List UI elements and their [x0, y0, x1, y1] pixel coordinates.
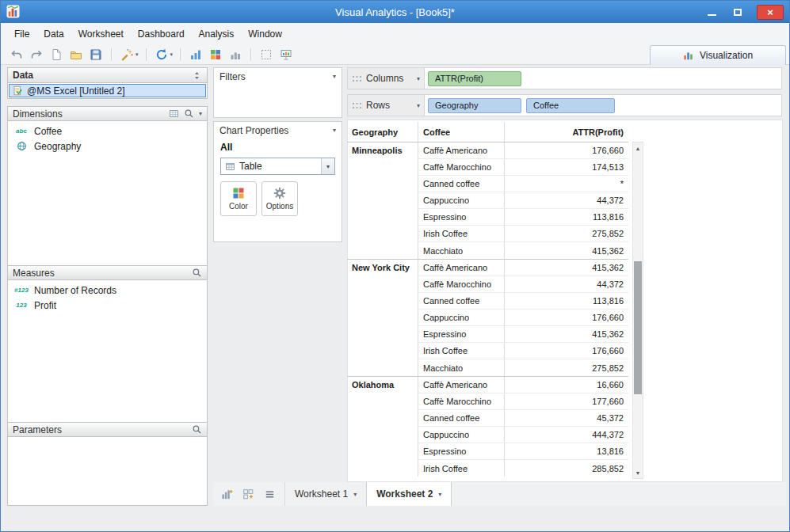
profit-value-cell[interactable]: * [505, 176, 628, 192]
coffee-cell[interactable]: Caffè Marocchino [418, 276, 505, 292]
menu-file[interactable]: File [7, 28, 36, 40]
table-row[interactable]: Espressino415,362 [418, 326, 628, 343]
table-row[interactable]: Caffè Marocchino177,660 [418, 393, 628, 410]
new-worksheet-icon[interactable] [219, 487, 234, 501]
table-row[interactable]: Irish Coffee285,852 [418, 460, 628, 477]
options-button[interactable]: Options [261, 181, 298, 216]
chevron-down-icon[interactable]: ▾ [417, 102, 420, 109]
tab-worksheet-2[interactable]: Worksheet 2 ▾ [366, 482, 452, 506]
chevron-down-icon[interactable]: ▾ [199, 110, 202, 117]
chevron-down-icon[interactable]: ▾ [321, 158, 334, 174]
rows-pill-area[interactable]: Geography Coffee [425, 95, 781, 116]
coffee-cell[interactable]: Cappuccino [418, 427, 505, 443]
measure-profit[interactable]: 123 Profit [8, 298, 207, 313]
geography-column-header[interactable]: Geography [347, 122, 418, 142]
refresh-button[interactable]: ▾ [154, 47, 174, 63]
coffee-cell[interactable]: Macchiato [418, 359, 505, 376]
columns-shelf-header[interactable]: Columns ▾ [348, 68, 425, 89]
profit-value-cell[interactable]: 44,372 [505, 192, 628, 208]
view-data-table-icon[interactable] [169, 108, 179, 119]
search-icon[interactable] [192, 424, 202, 435]
profit-value-cell[interactable]: 177,660 [505, 393, 628, 409]
profit-value-cell[interactable]: 44,372 [505, 276, 628, 292]
table-row[interactable]: Irish Coffee176,660 [418, 343, 628, 359]
minimize-button[interactable] [704, 5, 719, 19]
bar-chart-ascending-icon[interactable] [188, 47, 204, 63]
redo-icon[interactable] [29, 47, 44, 63]
profit-value-cell[interactable]: 176,660 [505, 310, 628, 325]
coffee-column-header[interactable]: Coffee [418, 122, 505, 142]
profit-value-cell[interactable]: 13,816 [505, 443, 628, 459]
close-button[interactable]: × [757, 5, 784, 20]
coffee-cell[interactable]: Espressino [418, 209, 505, 225]
sheet-sorter-icon[interactable] [262, 487, 277, 501]
profit-column-header[interactable]: ATTR(Profit) [505, 122, 628, 142]
coffee-cell[interactable]: Caffè Marocchino [418, 159, 505, 175]
clear-selection-icon[interactable] [258, 47, 274, 63]
group-members-icon[interactable] [208, 47, 223, 63]
profit-value-cell[interactable]: 285,852 [505, 460, 628, 477]
profit-value-cell[interactable]: 275,852 [505, 359, 628, 376]
dimension-geography[interactable]: Geography [8, 139, 207, 154]
presentation-mode-icon[interactable] [278, 47, 294, 63]
search-icon[interactable] [184, 108, 194, 119]
geography-cell[interactable]: New York City [347, 260, 418, 376]
datasource-item[interactable]: @MS Excel [Untitled 2] [9, 84, 206, 97]
visualization-button[interactable]: Visualization [650, 45, 786, 65]
table-row[interactable]: Espressino113,816 [418, 209, 628, 226]
chevron-down-icon[interactable]: ▾ [353, 491, 357, 498]
coffee-cell[interactable]: Caffè Americano [418, 260, 505, 276]
search-icon[interactable] [192, 268, 202, 278]
pill-geography[interactable]: Geography [428, 98, 521, 113]
profit-value-cell[interactable]: 45,372 [505, 410, 628, 426]
coffee-cell[interactable]: Irish Coffee [418, 226, 505, 241]
coffee-cell[interactable]: Espressino [418, 326, 505, 342]
table-row[interactable]: Macchiato415,362 [418, 242, 628, 259]
tab-worksheet-1[interactable]: Worksheet 1 ▾ [284, 482, 366, 506]
chevron-down-icon[interactable]: ▾ [333, 127, 336, 134]
profit-value-cell[interactable]: 113,816 [505, 209, 628, 225]
profit-value-cell[interactable]: 113,816 [505, 293, 628, 309]
table-row[interactable]: Irish Coffee275,852 [418, 226, 628, 242]
undo-icon[interactable] [9, 47, 25, 63]
table-row[interactable]: Caffè Marocchino44,372 [418, 276, 628, 293]
coffee-cell[interactable]: Canned coffee [418, 293, 505, 309]
profit-value-cell[interactable]: 174,513 [505, 159, 628, 175]
coffee-cell[interactable]: Macchiato [418, 242, 505, 259]
chevron-down-icon[interactable]: ▾ [333, 73, 336, 80]
table-row[interactable]: Caffè Americano16,660 [418, 377, 628, 393]
save-icon[interactable] [88, 47, 104, 63]
coffee-cell[interactable]: Canned coffee [418, 410, 505, 426]
coffee-cell[interactable]: Caffè Marocchino [418, 393, 505, 409]
table-row[interactable]: Canned coffee* [418, 176, 628, 192]
sort-fields-icon[interactable] [192, 70, 202, 81]
pill-attr-profit[interactable]: ATTR(Profit) [428, 71, 521, 86]
chart-type-select[interactable]: Table ▾ [220, 158, 335, 175]
profit-value-cell[interactable]: 444,372 [505, 427, 628, 443]
menu-dashboard[interactable]: Dashboard [131, 28, 192, 40]
table-row[interactable]: Espressino13,816 [418, 443, 628, 460]
table-row[interactable]: Caffè Americano415,362 [418, 260, 628, 276]
chevron-down-icon[interactable]: ▾ [438, 491, 441, 498]
coffee-cell[interactable]: Cappuccino [418, 310, 505, 325]
columns-pill-area[interactable]: ATTR(Profit) [425, 68, 781, 89]
menu-analysis[interactable]: Analysis [192, 28, 242, 40]
coffee-cell[interactable]: Canned coffee [418, 176, 505, 192]
vertical-scrollbar[interactable]: ▲ ▼ [632, 142, 643, 479]
chevron-down-icon[interactable]: ▾ [417, 75, 420, 82]
table-row[interactable]: Canned coffee45,372 [418, 410, 628, 427]
table-row[interactable]: Caffè Americano176,660 [418, 142, 628, 159]
coffee-cell[interactable]: Irish Coffee [418, 343, 505, 359]
coffee-cell[interactable]: Caffè Americano [418, 377, 505, 393]
table-row[interactable]: Cappuccino176,660 [418, 310, 628, 326]
menu-window[interactable]: Window [241, 28, 289, 40]
profit-value-cell[interactable]: 415,362 [505, 242, 628, 259]
coffee-cell[interactable]: Caffè Americano [418, 142, 505, 158]
profit-value-cell[interactable]: 16,660 [505, 377, 628, 393]
table-row[interactable]: Cappuccino444,372 [418, 427, 628, 443]
format-wand-button[interactable]: ▾ [119, 47, 139, 63]
rows-shelf-header[interactable]: Rows ▾ [348, 95, 425, 116]
geography-cell[interactable]: Minneapolis [347, 142, 418, 259]
open-icon[interactable] [68, 47, 84, 63]
profit-value-cell[interactable]: 415,362 [505, 326, 628, 342]
